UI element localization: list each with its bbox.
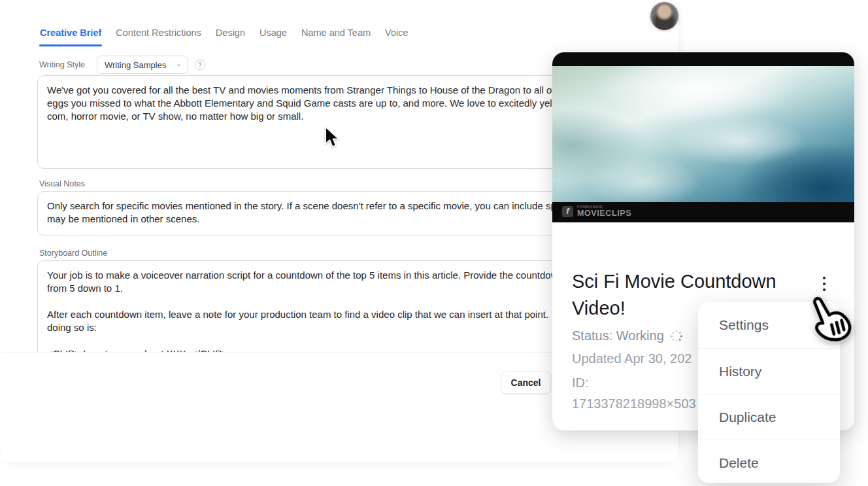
tab-bar: Creative Brief Content Restrictions Desi… xyxy=(39,26,409,46)
avatar[interactable] xyxy=(650,2,678,30)
menu-item-history[interactable]: History xyxy=(698,348,840,394)
screen: Creative Brief Content Restrictions Desi… xyxy=(0,0,868,486)
tab-design[interactable]: Design xyxy=(215,26,246,46)
watermark-movieclips-label: MOVIECLIPS xyxy=(577,209,631,218)
video-thumbnail[interactable]: f FANDANGO MOVIECLIPS xyxy=(552,52,854,222)
id-value: ID: 1713378218998×503 xyxy=(572,372,696,414)
mouse-cursor-icon xyxy=(324,126,341,148)
updated-label: Updated Apr 30, 202 xyxy=(572,351,692,366)
writing-style-dropdown-value: Writing Samples xyxy=(105,60,166,70)
watermark: f FANDANGO MOVIECLIPS xyxy=(562,205,631,218)
chevron-down-icon: ⌄ xyxy=(176,60,182,67)
help-icon[interactable]: ? xyxy=(195,60,205,70)
status-row: Status: Working xyxy=(572,328,683,343)
writing-style-dropdown[interactable]: Writing Samples ⌄ xyxy=(97,56,188,74)
cancel-button[interactable]: Cancel xyxy=(501,372,551,394)
kebab-menu-icon[interactable] xyxy=(816,273,832,294)
writing-style-label: Writing Style xyxy=(39,60,85,69)
tab-creative-brief[interactable]: Creative Brief xyxy=(39,26,102,46)
status-label: Status: Working xyxy=(572,328,664,343)
menu-item-delete[interactable]: Delete xyxy=(698,440,840,483)
video-frame-image xyxy=(552,66,854,202)
visual-notes-label: Visual Notes xyxy=(39,179,85,188)
tab-content-restrictions[interactable]: Content Restrictions xyxy=(115,26,202,46)
fandango-logo-icon: f xyxy=(562,206,573,217)
spinner-icon xyxy=(670,330,683,343)
tab-name-and-team[interactable]: Name and Team xyxy=(301,26,371,46)
menu-item-duplicate[interactable]: Duplicate xyxy=(698,394,840,440)
tab-voice[interactable]: Voice xyxy=(384,26,409,46)
tab-usage[interactable]: Usage xyxy=(259,26,288,46)
storyboard-outline-label: Storyboard Outline xyxy=(39,249,107,258)
